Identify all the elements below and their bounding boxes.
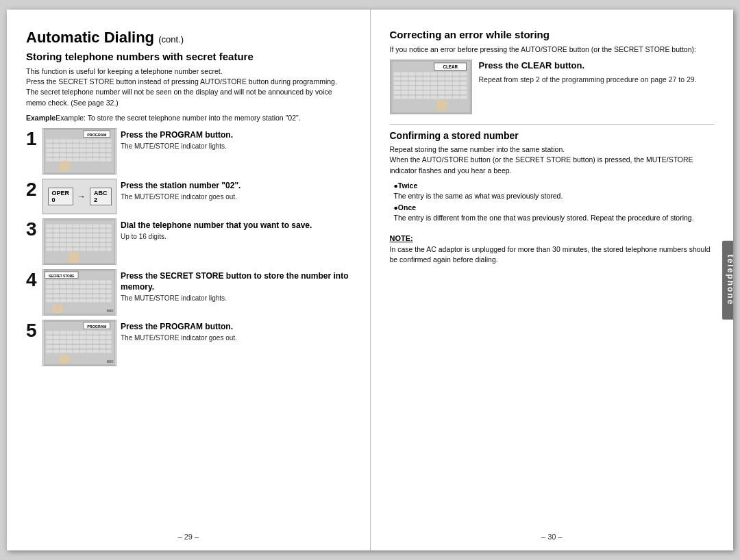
svg-rect-42	[76, 253, 79, 262]
step-1: 1 PROGRAM	[26, 128, 351, 175]
clear-step-title: Press the CLEAR button.	[479, 60, 697, 72]
svg-rect-86	[64, 354, 66, 363]
step-2-image: OPER 0 → ABC 2	[42, 179, 116, 214]
step-3-desc: Up to 16 digits.	[121, 232, 351, 241]
svg-rect-8	[46, 158, 111, 162]
note-title: NOTE:	[390, 234, 715, 242]
svg-rect-74	[46, 350, 111, 353]
step-3-number: 3	[26, 220, 38, 239]
step-1-title: Press the PROGRAM button.	[121, 129, 351, 140]
clear-step-content: Press the CLEAR button. Repeat from step…	[479, 60, 697, 84]
svg-rect-70	[46, 331, 111, 335]
svg-rect-49	[46, 290, 111, 293]
svg-rect-41	[73, 251, 75, 262]
bullets-list: ●Twice The entry is the same as what was…	[394, 181, 715, 223]
main-title: Automatic Dialing (cont.)	[26, 29, 351, 47]
step-5: 5 PROGRAM	[26, 320, 351, 366]
svg-text:800: 800	[107, 309, 114, 313]
step-5-number: 5	[26, 321, 38, 340]
page-spread: Automatic Dialing (cont.) Storing teleph…	[7, 10, 733, 550]
svg-rect-28	[46, 243, 111, 246]
svg-rect-7	[46, 153, 111, 157]
clear-step-desc: Repeat from step 2 of the programming pr…	[479, 75, 697, 85]
svg-rect-87	[67, 355, 70, 363]
svg-rect-4	[46, 140, 111, 143]
step-2-number: 2	[26, 180, 38, 199]
svg-rect-27	[46, 238, 111, 242]
svg-text:PROGRAM: PROGRAM	[87, 324, 106, 329]
section-divider	[390, 124, 715, 125]
steps-list: 1 PROGRAM	[26, 128, 351, 366]
intro-block: This function is useful for keeping a te…	[26, 66, 351, 108]
svg-rect-21	[68, 162, 71, 170]
svg-rect-19	[60, 162, 64, 170]
svg-rect-51	[46, 299, 111, 303]
title-cont: (cont.)	[158, 34, 184, 44]
svg-point-18	[58, 166, 69, 171]
step-2-title: Press the station number "02".	[121, 180, 351, 191]
bullet-once: ●Once The entry is different from the on…	[394, 203, 715, 222]
step-3: 3	[26, 218, 351, 265]
note-box: NOTE: In case the AC adaptor is unplugge…	[390, 234, 715, 265]
svg-text:CLEAR: CLEAR	[443, 64, 458, 69]
step-2-content: Press the station number "02". The MUTE/…	[121, 179, 351, 201]
arrow-icon: →	[77, 192, 86, 201]
step-4: 4 SECRET STORE	[26, 269, 351, 316]
confirming-intro: Repeat storing the same number into the …	[390, 144, 715, 176]
step-2-desc: The MUTE/STORE indicator goes out.	[121, 192, 351, 201]
step-4-number: 4	[26, 270, 38, 290]
svg-rect-110	[441, 99, 443, 110]
svg-text:SECRET STORE: SECRET STORE	[49, 275, 75, 278]
svg-rect-73	[46, 345, 111, 348]
step-1-image: PROGRAM	[42, 128, 116, 175]
oper-key: OPER 0	[48, 188, 74, 205]
svg-text:800: 800	[107, 359, 114, 364]
svg-rect-64	[60, 305, 63, 312]
correcting-title: Correcting an error while storing	[390, 29, 715, 40]
svg-rect-48	[46, 285, 111, 288]
abc-key: ABC 2	[90, 188, 112, 205]
bullet-twice: ●Twice The entry is the same as what was…	[394, 181, 715, 201]
svg-rect-50	[46, 294, 111, 298]
confirming-title: Confirming a stored number	[390, 130, 715, 141]
step-4-content: Press the SECRET STORE button to store t…	[121, 269, 351, 303]
step-4-image: SECRET STORE	[42, 269, 116, 316]
svg-rect-85	[60, 355, 63, 364]
step-3-title: Dial the telephone number that you want …	[121, 220, 351, 231]
correcting-section: Correcting an error while storing If you…	[390, 29, 715, 114]
svg-rect-47	[46, 281, 111, 284]
example-text: ExampleExample: To store the secret tele…	[26, 113, 351, 123]
step-5-image: PROGRAM	[42, 320, 116, 366]
svg-rect-72	[46, 340, 111, 344]
left-page: Automatic Dialing (cont.) Storing teleph…	[7, 10, 371, 550]
confirming-section: Confirming a stored number Repeat storin…	[390, 130, 715, 222]
svg-text:PROGRAM: PROGRAM	[87, 133, 106, 137]
step-1-content: Press the PROGRAM button. The MUTE/STORE…	[121, 128, 351, 151]
svg-rect-62	[53, 305, 56, 313]
svg-rect-109	[436, 101, 440, 110]
step-4-desc: The MUTE/STORE indicator lights.	[121, 294, 351, 303]
correcting-intro: If you notice an error before pressing t…	[390, 44, 715, 55]
svg-rect-26	[46, 233, 111, 237]
step-2: 2 OPER 0 → ABC 2 Press the station numbe…	[26, 179, 351, 214]
section-title: Storing telephone numbers with secret fe…	[26, 51, 351, 62]
step-1-number: 1	[26, 129, 38, 149]
side-tab: telephone	[722, 241, 733, 320]
note-text: In case the AC adaptor is unplugged for …	[390, 244, 715, 265]
step-5-desc: The MUTE/STORE indicator goes out.	[121, 333, 351, 342]
step-3-content: Dial the telephone number that you want …	[121, 218, 351, 241]
svg-rect-6	[46, 149, 111, 152]
svg-rect-5	[46, 144, 111, 147]
step-5-title: Press the PROGRAM button.	[121, 321, 351, 332]
svg-rect-29	[46, 248, 111, 251]
svg-rect-63	[57, 303, 60, 312]
step-4-title: Press the SECRET STORE button to store t…	[121, 270, 351, 292]
step-3-image	[42, 218, 116, 265]
clear-image: CLEAR	[390, 60, 472, 114]
right-page: Correcting an error while storing If you…	[371, 10, 734, 550]
svg-rect-24	[46, 225, 111, 228]
left-page-number: – 29 –	[177, 533, 199, 541]
svg-rect-40	[69, 253, 72, 262]
right-page-number: – 30 –	[541, 533, 563, 541]
step-1-desc: The MUTE/STORE indicator lights.	[121, 142, 351, 151]
